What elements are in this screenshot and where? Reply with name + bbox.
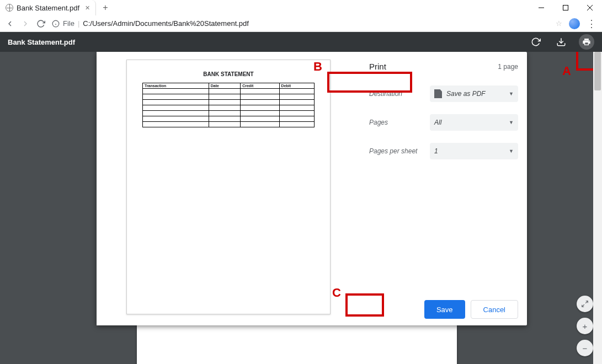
- cancel-button[interactable]: Cancel: [471, 300, 518, 319]
- minimize-button[interactable]: [529, 0, 553, 15]
- preview-table: TransactionDateCreditDebit: [142, 83, 315, 127]
- print-icon[interactable]: [579, 34, 594, 50]
- preview-page: BANK STATEMENT TransactionDateCreditDebi…: [126, 60, 331, 314]
- zoom-in-button[interactable]: +: [577, 318, 593, 334]
- close-tab-icon[interactable]: ✕: [85, 4, 90, 12]
- pdf-file-icon: [434, 89, 442, 98]
- table-row: [143, 105, 315, 111]
- url-text: C:/Users/Admin/Documents/Bank%20Statemen…: [83, 19, 249, 28]
- pages-select[interactable]: All ▼: [430, 114, 518, 131]
- table-header: Debit: [279, 83, 314, 89]
- pages-label: Pages: [369, 119, 430, 126]
- fit-page-button[interactable]: [577, 296, 593, 312]
- preview-doc-title: BANK STATEMENT: [142, 71, 315, 77]
- destination-value: Save as PDF: [446, 90, 486, 98]
- globe-icon: [6, 4, 13, 12]
- chevron-down-icon: ▼: [509, 91, 514, 97]
- close-window-button[interactable]: [578, 0, 602, 15]
- tab-title: Bank Statement.pdf: [17, 4, 79, 12]
- browser-toolbar: File | C:/Users/Admin/Documents/Bank%20S…: [0, 15, 602, 32]
- zoom-out-button[interactable]: −: [577, 340, 593, 356]
- annotation-label-a: A: [562, 64, 571, 78]
- print-title: Print: [369, 62, 386, 71]
- download-icon[interactable]: [553, 34, 569, 50]
- save-button[interactable]: Save: [424, 300, 465, 319]
- table-row: [143, 94, 315, 100]
- print-page-count: 1 page: [498, 63, 518, 71]
- pages-per-sheet-label: Pages per sheet: [369, 147, 430, 155]
- pdf-toolbar: Bank Statement.pdf: [0, 32, 602, 52]
- scrollbar-thumb[interactable]: [594, 52, 601, 90]
- destination-select[interactable]: Save as PDF ▼: [430, 85, 518, 102]
- table-header: Credit: [241, 83, 279, 89]
- table-header: Date: [209, 83, 240, 89]
- table-row: [143, 89, 315, 94]
- address-bar[interactable]: File | C:/Users/Admin/Documents/Bank%20S…: [52, 19, 249, 28]
- forward-button[interactable]: [21, 19, 30, 28]
- destination-label: Destination: [369, 90, 430, 98]
- print-preview: BANK STATEMENT TransactionDateCreditDebi…: [97, 52, 360, 325]
- maximize-button[interactable]: [553, 0, 578, 15]
- background-page: [137, 322, 457, 364]
- browser-tab[interactable]: Bank Statement.pdf ✕: [0, 0, 96, 15]
- back-button[interactable]: [6, 19, 14, 28]
- svg-rect-1: [563, 6, 568, 10]
- table-header: Transaction: [143, 83, 209, 89]
- chevron-down-icon: ▼: [509, 148, 514, 154]
- table-row: [143, 100, 315, 105]
- print-settings-pane: Print 1 page Destination Save as PDF ▼ P…: [360, 52, 527, 325]
- pdf-viewer: Bank Statement.pdf BANK STATEMENT Transa…: [0, 32, 602, 364]
- pages-value: All: [434, 119, 441, 126]
- table-row: [143, 111, 315, 116]
- pages-per-sheet-value: 1: [434, 147, 438, 155]
- browser-menu-icon[interactable]: ⋮: [587, 19, 596, 29]
- vertical-scrollbar[interactable]: [593, 52, 602, 364]
- window-titlebar: Bank Statement.pdf ✕ +: [0, 0, 602, 15]
- table-row: [143, 122, 315, 127]
- bookmark-star-icon[interactable]: ☆: [556, 19, 562, 28]
- pages-per-sheet-select[interactable]: 1 ▼: [430, 143, 518, 159]
- info-icon: [52, 20, 60, 28]
- svg-line-9: [582, 304, 584, 307]
- svg-line-8: [585, 301, 588, 303]
- window-controls: [529, 0, 602, 15]
- pdf-filename: Bank Statement.pdf: [8, 38, 75, 46]
- profile-avatar[interactable]: [569, 18, 580, 29]
- url-protocol: File: [63, 19, 74, 28]
- new-tab-button[interactable]: +: [96, 0, 114, 15]
- chevron-down-icon: ▼: [509, 120, 514, 125]
- reload-button[interactable]: [36, 19, 45, 28]
- table-row: [143, 116, 315, 122]
- rotate-icon[interactable]: [528, 34, 544, 50]
- zoom-controls: + −: [577, 296, 593, 356]
- print-dialog: BANK STATEMENT TransactionDateCreditDebi…: [97, 52, 527, 325]
